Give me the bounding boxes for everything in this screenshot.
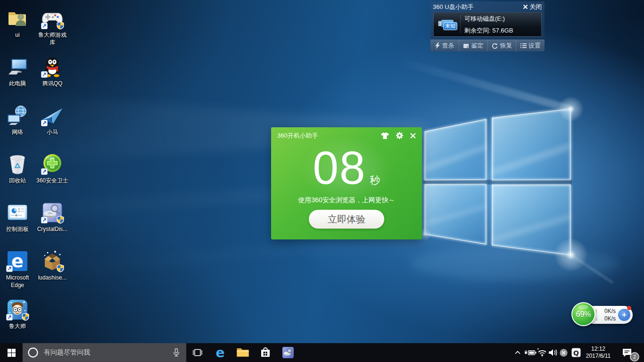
usb-free-space: 剩余空间: 57.6GB [464,26,513,35]
windows-logo-icon [7,348,16,357]
download-speed: 0K/s [604,315,616,322]
usb-drive-info: 未知 可移动磁盘(E:) 剩余空间: 57.6GB [433,12,542,37]
shortcut-arrow-icon [6,314,13,321]
start-button[interactable] [0,343,23,362]
tray-x-button[interactable] [559,347,568,358]
boot-assistant-popup: 360开机小助手 08 秒 使用360安全浏览器，上网更快～ 立即体验 [271,127,422,239]
taskbar: 有问题尽管问我 e * Q 12:12 2017/6/11 [0,343,644,362]
desktop-icon-label: ludashise... [36,274,69,281]
uac-shield-icon [57,21,64,30]
x-circle-icon [559,348,568,357]
desktop-icon-edge[interactable]: e Microsoft Edge [0,250,35,289]
tray-battery-button[interactable] [524,347,537,358]
desktop-icon-360-safe[interactable]: 360安全卫士 [35,153,70,184]
desktop-icon-label: CrystalDis... [36,225,69,233]
desktop-icon-ui[interactable]: ui [0,7,35,39]
settings-gear-icon[interactable] [396,132,404,140]
usb-toolbar: 查杀 鉴定 恢复 设置 [430,40,545,51]
battery-icon [524,349,537,356]
svg-text:Q: Q [573,349,579,357]
wifi-icon: * [537,348,547,357]
speaker-icon [548,348,558,357]
notification-badge: 2 [630,352,639,362]
boot-popup-title: 360开机小助手 [277,132,318,140]
taskbar-crystaldisk-button[interactable] [277,343,299,362]
store-icon [259,346,272,359]
desktop-icon-network[interactable]: 网络 [0,104,35,136]
desktop-icon-xiaoma[interactable]: 小马 [35,104,70,136]
restore-arrow-icon [491,43,498,49]
microphone-icon[interactable] [172,348,181,359]
tray-volume-button[interactable] [547,347,558,358]
speed-rows: ↑0K/s ↓0K/s [595,307,616,322]
desktop-icon-this-pc[interactable]: 此电脑 [0,56,35,87]
network-icon [6,104,29,127]
task-view-icon [192,347,203,358]
q-icon: Q [571,347,581,358]
desktop-icon-label: 360安全卫士 [36,177,69,184]
uac-shield-icon [57,215,64,224]
boot-seconds-unit: 秒 [370,173,380,188]
taskbar-edge-button[interactable]: e [209,343,231,362]
shortcut-arrow-icon [41,120,48,126]
desktop-icon-control-panel[interactable]: 控制面板 [0,201,35,233]
desktop-icon-qq[interactable]: 腾讯QQ [35,56,70,87]
shortcut-arrow-icon [41,168,48,175]
skin-icon[interactable] [380,132,389,140]
svg-text:e: e [216,346,225,360]
usb-drive-name: 可移动磁盘(E:) [464,15,513,23]
svg-text:*: * [537,348,539,352]
this-pc-icon [6,56,29,78]
taskbar-store-button[interactable] [254,343,277,362]
desktop-icon-label: 此电脑 [1,80,34,87]
desktop-icon-recycle-bin[interactable]: 回收站 [0,153,35,184]
usb-panel-title: 360 U盘小助手 [433,3,474,11]
control-panel-icon [6,201,29,224]
try-now-button[interactable]: 立即体验 [309,210,384,229]
desktop-icon-game-library[interactable]: 鲁大师游戏库 [35,7,70,46]
download-arrow-icon: ↓ [595,315,598,322]
desktop-icon-crystaldisk[interactable]: CrystalDis... [35,201,70,233]
user-folder-icon [6,7,29,30]
add-button[interactable]: + [618,309,630,321]
tray-wifi-button[interactable]: * [537,347,547,358]
memory-percent: 69% [576,310,591,319]
usb-close-button[interactable]: 关闭 [523,3,542,11]
desktop-icon-ludashi-setup[interactable]: ludashise... [35,250,70,281]
usb-unknown-badge: 未知 [443,22,457,30]
crystaldisk-taskbar-icon [282,346,294,359]
svg-text:e: e [11,251,24,272]
taskbar-explorer-button[interactable] [231,343,254,362]
taskbar-clock[interactable]: 12:12 2017/6/11 [584,346,613,360]
shortcut-arrow-icon [41,71,48,78]
desktop-icon-label: 腾讯QQ [36,80,69,87]
desktop-icon-label: 网络 [1,128,34,136]
usb-action-settings[interactable]: 设置 [516,40,545,51]
usb-action-verify[interactable]: 鉴定 [459,40,487,51]
desktop-icon-ludashi[interactable]: 鲁大师 [0,298,35,330]
boot-seconds: 08 [313,143,366,192]
desktop-icon-label: 鲁大师游戏库 [36,31,69,46]
settings-list-icon [520,43,527,49]
uac-shield-icon [22,313,29,321]
memory-percent-ball[interactable]: 69% [571,302,595,326]
desktop-icon-label: 控制面板 [1,225,34,233]
usb-action-scan[interactable]: 查杀 [430,40,459,51]
desktop-icon-label: Microsoft Edge [1,274,34,289]
desktop-icon-label: ui [1,31,34,39]
usb-assistant-panel: 360 U盘小助手 关闭 未知 可移动磁盘(E:) 剩余空间: 57.6GB 查… [430,1,545,51]
search-input[interactable]: 有问题尽管问我 [23,343,186,362]
shortcut-arrow-icon [6,265,13,272]
close-icon [523,4,528,9]
tray-360-button[interactable]: Q [570,347,582,358]
edge-taskbar-icon: e [213,346,227,360]
tray-chevron-button[interactable] [513,347,522,358]
usb-action-restore[interactable]: 恢复 [487,40,516,51]
close-icon[interactable] [410,132,416,139]
task-view-button[interactable] [186,343,209,362]
desktop-icon-label: 小马 [36,128,69,136]
recycle-bin-icon [6,153,29,175]
uac-shield-icon [57,264,64,272]
clock-time: 12:12 [584,346,613,353]
disk-check-icon [463,43,469,49]
